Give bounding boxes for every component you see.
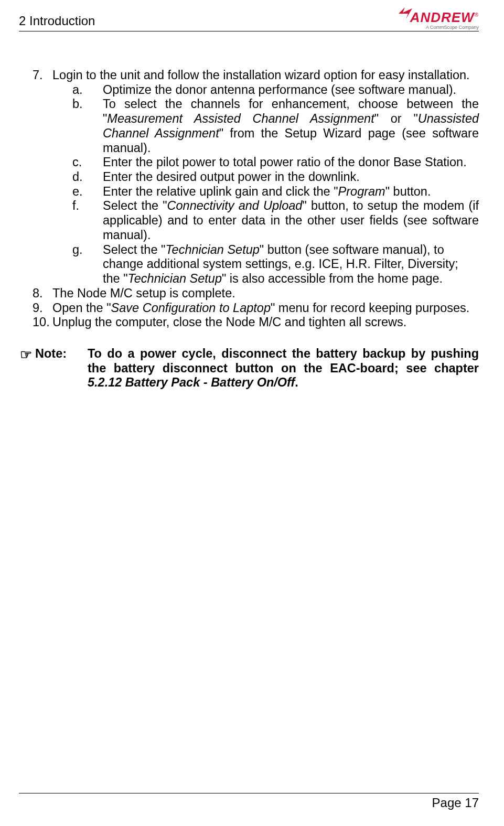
italic-term: Connectivity and Upload — [167, 199, 303, 212]
logo-text: ANDREW® — [410, 10, 479, 24]
sub-item: c. Enter the pilot power to total power … — [72, 155, 479, 170]
list-number: 7. — [33, 68, 52, 83]
sub-list: a. Optimize the donor antenna performanc… — [19, 83, 479, 286]
list-text: Unplug the computer, close the Node M/C … — [52, 315, 479, 330]
list-text: Open the "Save Configuration to Laptop" … — [52, 301, 479, 316]
sub-letter: g. — [72, 243, 103, 286]
list-number: 9. — [33, 301, 52, 316]
logo-subtitle: A CommScope Company — [426, 25, 479, 30]
pointing-hand-icon: ☞ — [19, 347, 35, 390]
list-item: 8. The Node M/C setup is complete. — [19, 286, 479, 301]
section-title: 2 Introduction — [19, 10, 95, 28]
note-label: Note: — [35, 347, 88, 390]
italic-term: Save Configuration to Laptop — [111, 301, 271, 315]
page-number: Page 17 — [432, 796, 479, 810]
sub-item: f. Select the "Connectivity and Upload" … — [72, 199, 479, 242]
sub-letter: b. — [72, 97, 103, 155]
sub-item: e. Enter the relative uplink gain and cl… — [72, 185, 479, 199]
page-content: 7. Login to the unit and follow the inst… — [19, 68, 479, 793]
italic-term: Program — [338, 185, 385, 198]
sub-text: Select the "Technician Setup" button (se… — [103, 243, 479, 286]
sub-letter: f. — [72, 199, 103, 242]
page-footer: Page 17 — [19, 793, 479, 810]
sub-item: d. Enter the desired output power in the… — [72, 170, 479, 185]
sub-item: b. To select the channels for enhancemen… — [72, 97, 479, 155]
sub-text: To select the channels for enhancement, … — [103, 97, 479, 155]
italic-term: Measurement Assisted Channel Assignment — [107, 112, 374, 125]
list-number: 8. — [33, 286, 52, 301]
sub-letter: c. — [72, 155, 103, 170]
page-header: 2 Introduction ANDREW® A CommScope Compa… — [19, 10, 479, 31]
list-item: 9. Open the "Save Configuration to Lapto… — [19, 301, 479, 316]
sub-text: Optimize the donor antenna performance (… — [103, 83, 479, 98]
chapter-reference: 5.2.12 Battery Pack - Battery On/Off — [88, 376, 295, 389]
sub-letter: d. — [72, 170, 103, 185]
italic-term: Technician Setup — [165, 243, 259, 256]
sub-letter: a. — [72, 83, 103, 98]
list-item: 7. Login to the unit and follow the inst… — [19, 68, 479, 83]
list-text: The Node M/C setup is complete. — [52, 286, 479, 301]
note-text: To do a power cycle, disconnect the batt… — [88, 347, 479, 390]
brand-logo: ANDREW® A CommScope Company — [410, 10, 479, 30]
sub-text: Enter the relative uplink gain and click… — [103, 185, 479, 199]
sub-text: Enter the pilot power to total power rat… — [103, 155, 479, 170]
note-callout: ☞ Note: To do a power cycle, disconnect … — [19, 347, 479, 390]
sub-item: a. Optimize the donor antenna performanc… — [72, 83, 479, 98]
sub-item: g. Select the "Technician Setup" button … — [72, 243, 479, 286]
list-text: Login to the unit and follow the install… — [52, 68, 479, 83]
sub-text: Select the "Connectivity and Upload" but… — [103, 199, 479, 242]
svg-marker-0 — [399, 7, 412, 19]
list-number: 10. — [33, 315, 52, 330]
list-item: 10. Unplug the computer, close the Node … — [19, 315, 479, 330]
sub-text: Enter the desired output power in the do… — [103, 170, 479, 185]
sub-letter: e. — [72, 185, 103, 199]
lightning-icon — [398, 7, 413, 19]
logo-name: ANDREW — [410, 9, 475, 25]
italic-term: Technician Setup — [128, 272, 222, 285]
registered-mark: ® — [475, 12, 479, 18]
